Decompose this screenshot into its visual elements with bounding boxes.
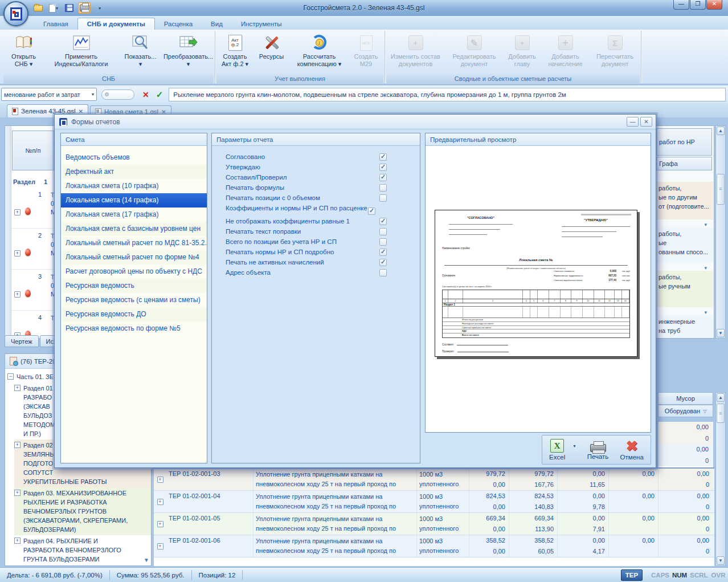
open-snb-button[interactable]: Открыть СНБ ▾	[3, 32, 44, 74]
recalculate-button[interactable]: Пересчитать документ	[590, 32, 641, 74]
table-row[interactable]: + ТЕР 01-02-001-06 Уплотнение грунта при…	[154, 535, 714, 557]
filter-field-select[interactable]: менование работ и затрат▾	[1, 88, 97, 101]
expander-icon[interactable]: +	[14, 442, 21, 448]
checkbox[interactable]	[379, 249, 387, 256]
column-header-oborudovan[interactable]: Оборудован▽	[658, 405, 713, 417]
expand-icon[interactable]: +	[14, 291, 21, 298]
maximize-icon[interactable]: ❐	[690, 0, 706, 10]
scroll-down-icon[interactable]: ▼	[717, 329, 725, 337]
change-docs-button[interactable]: Изменить состав документов	[386, 32, 446, 74]
checkbox[interactable]	[379, 174, 387, 181]
filter-icon[interactable]: ▽	[703, 409, 706, 414]
add-accrual-button[interactable]: Добавить начисление	[542, 32, 590, 74]
minimize-icon[interactable]: —	[627, 117, 639, 127]
create-act-button[interactable]: Акт ф.2 Создать Акт ф.2 ▾	[217, 32, 253, 74]
expand-icon[interactable]: +	[157, 499, 163, 505]
scroll-thumb[interactable]: ≡	[717, 174, 725, 205]
open-folder-icon[interactable]	[32, 2, 44, 14]
position-row[interactable]: 4 + Т	[11, 311, 55, 339]
close-icon[interactable]: ✕	[79, 108, 83, 115]
expand-icon[interactable]: +	[157, 477, 163, 483]
list-item[interactable]: Локальная смета (14 графка)	[61, 193, 207, 207]
clear-filter-icon[interactable]: ✕	[142, 90, 149, 99]
apply-indexes-button[interactable]: Применить Индексы/Каталоги	[44, 32, 118, 74]
create-m29-button[interactable]: м29 Создать М29	[349, 32, 383, 74]
expander-icon[interactable]: +	[14, 385, 21, 391]
expand-icon[interactable]: +	[157, 521, 163, 527]
tab-glavnaya[interactable]: Главная	[34, 18, 77, 30]
resources-button[interactable]: Ресурсы	[253, 32, 290, 74]
list-item[interactable]: Локальная смета с базисным уровнем цен	[61, 222, 207, 236]
chevron-down-icon[interactable]: ▾	[704, 222, 707, 227]
checkbox[interactable]	[379, 184, 387, 192]
list-item[interactable]: Ресурсная ведомость	[61, 279, 207, 293]
position-row[interactable]: 2 + Т 0 М	[11, 229, 55, 270]
tree-item[interactable]: +Раздел 03. МЕХАНИЗИРОВАННОЕ РЫХЛЕНИЕ И …	[14, 487, 151, 535]
add-chapter-button[interactable]: Добавить главу	[503, 32, 542, 74]
chevron-down-icon[interactable]: ▾	[704, 310, 707, 315]
table-row[interactable]: + ТЕР 01-02-001-03 Уплотнение грунта при…	[154, 469, 714, 491]
list-item[interactable]: Ресурсная ведомость ДО	[61, 307, 207, 321]
tab-instrumenty[interactable]: Инструменты	[232, 18, 291, 30]
minimize-icon[interactable]: —	[673, 0, 689, 10]
print-icon[interactable]	[78, 2, 91, 14]
expander-icon[interactable]: −	[7, 373, 14, 380]
tab-snb-dokumenty[interactable]: СНБ и документы	[77, 18, 155, 30]
scroll-thumb[interactable]: ≡	[717, 404, 725, 423]
tab-chertezh[interactable]: Чертеж	[5, 335, 39, 347]
cancel-button[interactable]: ✖ Отмена	[620, 439, 644, 461]
list-item[interactable]: Ведомость объемов	[61, 150, 207, 165]
checkbox[interactable]	[379, 218, 387, 225]
new-document-icon[interactable]: ▾	[47, 2, 60, 14]
list-item[interactable]: Ресурсная ведомость (с ценами из сметы)	[61, 293, 207, 307]
scroll-up-icon[interactable]: ▲	[717, 127, 725, 135]
expand-icon[interactable]: +	[157, 543, 163, 550]
checkbox[interactable]	[379, 269, 387, 276]
checkbox[interactable]	[379, 164, 387, 171]
list-item[interactable]: Локальный сметный расчет по форме №4	[61, 250, 207, 264]
table-row[interactable]: + ТЕР 01-02-001-05 Уплотнение грунта при…	[154, 513, 714, 535]
table-row[interactable]: + ТЕР 01-02-001-04 Уплотнение грунта при…	[154, 491, 714, 513]
scrollbar-vertical[interactable]: ▲ ≡ ▼	[715, 125, 726, 339]
scroll-down-icon[interactable]: ▼	[144, 557, 149, 563]
checkbox[interactable]	[379, 153, 387, 161]
save-icon[interactable]	[63, 2, 75, 14]
scroll-down-icon[interactable]: ▼	[717, 556, 725, 565]
expand-icon[interactable]: +	[14, 250, 21, 257]
checkbox[interactable]	[379, 228, 387, 235]
chevron-down-icon[interactable]: ▾	[573, 443, 575, 449]
close-icon[interactable]: ✕	[640, 117, 652, 127]
position-row[interactable]: 1 + Т 0 М	[11, 188, 55, 229]
checkbox[interactable]	[379, 238, 387, 246]
scrollbar-vertical[interactable]: ▲ ≡ ▼	[715, 392, 726, 566]
chevron-down-icon[interactable]: ▾	[704, 265, 707, 271]
position-text-field[interactable]: Рыхление мерзлого грунта клин-молотом, п…	[169, 88, 726, 101]
app-logo[interactable]	[3, 1, 28, 26]
expand-icon[interactable]: +	[14, 209, 21, 215]
checkbox[interactable]	[368, 207, 375, 215]
print-button[interactable]: Печать	[587, 439, 609, 460]
show-button[interactable]: Показать... ▾	[118, 32, 163, 74]
apply-filter-icon[interactable]: ✓	[156, 89, 163, 100]
position-row[interactable]: 3 + Т 0 М	[11, 270, 55, 311]
list-item[interactable]: Локальная смета (17 графка)	[61, 207, 207, 222]
expander-icon[interactable]: +	[14, 538, 21, 544]
column-header-musor[interactable]: Мусор	[658, 392, 713, 405]
compensation-button[interactable]: 1 Рассчитать компенсацию ▾	[290, 32, 349, 74]
checkbox[interactable]	[379, 194, 387, 202]
tab-rascenka[interactable]: Расценка	[155, 18, 202, 30]
list-item[interactable]: Дефектный акт	[61, 165, 207, 179]
checkbox[interactable]	[379, 259, 387, 266]
toolbar-options-icon[interactable]: ▾	[93, 2, 106, 14]
expander-icon[interactable]: +	[14, 490, 21, 496]
list-item[interactable]: Расчет договорной цены по объекту с НДС	[61, 264, 207, 279]
list-item[interactable]: Ресурсная ведомость по форме №5	[61, 321, 207, 336]
convert-button[interactable]: Преобразовать... ▾	[163, 32, 214, 74]
filter-search-input[interactable]	[101, 89, 134, 100]
list-item[interactable]: Локальный сметный расчет по МДС 81-35.2.…	[61, 236, 207, 250]
tab-vid[interactable]: Вид	[202, 18, 232, 30]
list-item[interactable]: Локальная смета (10 графка)	[61, 179, 207, 193]
excel-button[interactable]: Excel	[549, 439, 565, 461]
close-icon[interactable]: ✕	[706, 0, 722, 10]
tree-item[interactable]: +Раздел 04. РЫХЛЕНИЕ И РАЗРАБОТКА ВЕЧНОМ…	[14, 535, 151, 565]
